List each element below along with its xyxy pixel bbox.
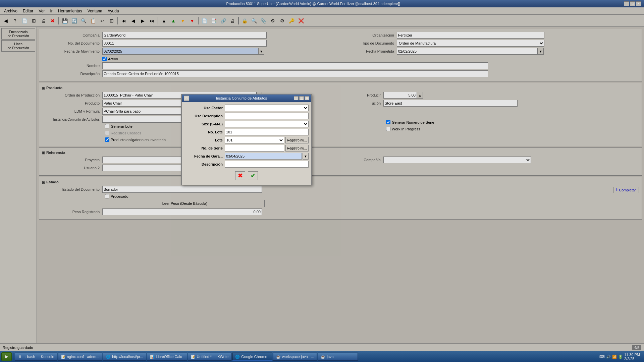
dialog-body: Use Factor Use Description Size (S-M-L) … xyxy=(182,102,311,185)
fechagara-input[interactable] xyxy=(225,153,302,160)
dialog-confirm-icon: ✔ xyxy=(251,172,256,179)
dialog-cancel-btn[interactable]: ✖ xyxy=(235,171,245,180)
size-label: Size (S-M-L) xyxy=(184,122,225,126)
dialog-title-text: Instancia Conjunto de Atributos xyxy=(189,96,294,100)
dialog-row-descripcion: Descripción xyxy=(184,161,309,168)
nolote-input[interactable] xyxy=(225,129,309,135)
dialog-btn-row: ✖ ✔ xyxy=(184,169,309,182)
size-select[interactable] xyxy=(225,121,309,127)
usefactor-label: Use Factor xyxy=(184,106,225,110)
noserie-label: No. de Serie xyxy=(184,146,225,150)
dialog-maximize-btn[interactable]: △ xyxy=(299,96,304,100)
fechagara-calendar-btn[interactable]: ▼ xyxy=(303,153,309,160)
noserie-input[interactable] xyxy=(225,145,284,152)
dialog-title-btns: _ △ ✕ xyxy=(294,96,309,100)
lote-label: Lote xyxy=(184,138,225,142)
dialog-minimize-btn[interactable]: _ xyxy=(294,96,299,100)
fechagara-label: Fecha de Gara... xyxy=(184,154,225,158)
registro-nu2-btn[interactable]: Registro nu... xyxy=(285,145,309,152)
usedescription-label: Use Description xyxy=(184,114,225,118)
dialog-row-fechagara: Fecha de Gara... ▼ xyxy=(184,153,309,160)
dialog-descripcion-label: Descripción xyxy=(184,162,225,166)
usedescription-input[interactable] xyxy=(225,113,309,119)
dialog: □ Instancia Conjunto de Atributos _ △ ✕ … xyxy=(181,94,312,185)
dialog-row-size: Size (S-M-L) xyxy=(184,121,309,127)
dialog-cancel-icon: ✖ xyxy=(238,172,243,179)
dialog-confirm-btn[interactable]: ✔ xyxy=(248,171,258,180)
dialog-icon: □ xyxy=(184,96,189,101)
dialog-overlay: □ Instancia Conjunto de Atributos _ △ ✕ … xyxy=(0,0,644,362)
dialog-row-usedescription: Use Description xyxy=(184,113,309,119)
dialog-descripcion-input[interactable] xyxy=(225,161,309,168)
fechagara-date-row: ▼ xyxy=(225,153,309,160)
dialog-title: □ Instancia Conjunto de Atributos _ △ ✕ xyxy=(182,95,311,102)
dialog-row-nolote: No. Lote xyxy=(184,129,309,135)
dialog-row-noserie: No. de Serie Registro nu... xyxy=(184,145,309,152)
dialog-row-lote: Lote 101 Registro nu... xyxy=(184,137,309,143)
nolote-label: No. Lote xyxy=(184,130,225,134)
dialog-row-usefactor: Use Factor xyxy=(184,105,309,111)
usefactor-select[interactable] xyxy=(225,105,309,111)
lote-select[interactable]: 101 xyxy=(225,137,284,143)
registro-nu1-btn[interactable]: Registro nu... xyxy=(285,137,309,143)
dialog-close-btn[interactable]: ✕ xyxy=(305,96,309,100)
